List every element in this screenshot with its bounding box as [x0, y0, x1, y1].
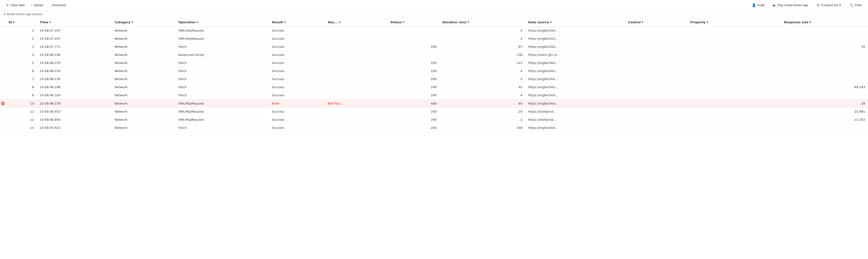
- cell-time: 14:58:47.167: [37, 27, 112, 35]
- invite-icon: 👤: [752, 3, 756, 7]
- cell-operation: XMLHttpRequest: [176, 116, 269, 124]
- cell-duration: 87: [440, 43, 525, 51]
- download-label: Download: [52, 3, 66, 7]
- filter-label: Filter: [855, 3, 862, 7]
- cell-responsesize: [781, 124, 868, 132]
- sort-icon-category: ▼: [131, 21, 133, 24]
- table-row[interactable]: 214:58:47.167NetworkXMLHttpRequestSucces…: [0, 35, 868, 43]
- compact-list-label: Compact list: [821, 3, 838, 7]
- cell-property: [687, 91, 781, 99]
- table-row[interactable]: 1114:58:48.453NetworkXMLHttpRequestSucce…: [0, 108, 868, 116]
- cell-result: Success: [269, 67, 325, 75]
- th-result[interactable]: Result ▼: [269, 18, 325, 27]
- cell-property: [687, 108, 781, 116]
- th-category[interactable]: Category ▼: [112, 18, 176, 27]
- cell-category: Network: [112, 124, 176, 132]
- cell-datasource: https://orgbe1fed...: [525, 83, 625, 91]
- download-button[interactable]: ↓ Download: [46, 2, 68, 8]
- th-property[interactable]: Property ▼: [687, 18, 781, 27]
- th-property-label: Property: [690, 21, 706, 24]
- compact-list-button[interactable]: ☰ Compact list ▾: [814, 2, 843, 8]
- cell-duration: 4: [440, 91, 525, 99]
- row-indicator: [0, 124, 6, 132]
- th-time[interactable]: Time ▼: [37, 18, 112, 27]
- table-row[interactable]: 614:58:48.235NetworkFetchSuccess2004http…: [0, 67, 868, 75]
- cell-result: Success: [269, 116, 325, 124]
- th-duration[interactable]: Duration (ms) ▼: [440, 18, 525, 27]
- table-container: Id ▼ Time ▼ Category ▼: [0, 18, 868, 259]
- cell-datasource: https://orgbe1fed...: [525, 43, 625, 51]
- th-res[interactable]: Res... ▼: [325, 18, 388, 27]
- table-row[interactable]: 914:58:48.324NetworkFetchSuccess2004http…: [0, 91, 868, 99]
- table-row[interactable]: 514:58:48.233NetworkFetchSuccess200115ht…: [0, 59, 868, 67]
- cell-responsesize: 25,991: [781, 108, 868, 116]
- invite-button[interactable]: 👤 Invite: [749, 2, 767, 8]
- play-model-driven-label: Play model-driven app: [777, 3, 808, 7]
- upload-label: Upload: [33, 3, 43, 7]
- cell-res: [325, 59, 388, 67]
- cell-responsesize: [781, 59, 868, 67]
- cell-duration: 4: [440, 67, 525, 75]
- row-indicator: [0, 83, 6, 91]
- cell-status: 404: [388, 99, 440, 108]
- cell-status: 200: [388, 75, 440, 83]
- cell-category: Network: [112, 75, 176, 83]
- cell-category: Network: [112, 116, 176, 124]
- table-row[interactable]: 414:58:48.106NetworkAssetLoad.ScriptSucc…: [0, 51, 868, 59]
- cell-control: [625, 91, 687, 99]
- cell-operation: XMLHttpRequest: [176, 27, 269, 35]
- cell-category: Network: [112, 43, 176, 51]
- table-row[interactable]: 1214:58:48.494NetworkXMLHttpRequestSucce…: [0, 116, 868, 124]
- sort-icon-control: ▼: [642, 21, 644, 24]
- toolbar-left: ✕ Clear data ↑ Upload ↓ Download: [4, 2, 68, 8]
- row-indicator: [0, 108, 6, 116]
- th-status[interactable]: Status ▼: [388, 18, 440, 27]
- th-responsesize[interactable]: Response size ▼: [781, 18, 868, 27]
- session-bar: ℹ Model-driven app session: [0, 10, 868, 18]
- cell-id: 10: [6, 99, 37, 108]
- cell-responsesize: 28: [781, 99, 868, 108]
- row-indicator: [0, 59, 6, 67]
- upload-button[interactable]: ↑ Upload: [28, 2, 45, 8]
- table-row[interactable]: 114:58:47.167NetworkXMLHttpRequestSucces…: [0, 27, 868, 35]
- compact-list-icon: ☰: [817, 3, 819, 7]
- table-header-row: Id ▼ Time ▼ Category ▼: [0, 18, 868, 27]
- cell-operation: Fetch: [176, 83, 269, 91]
- cell-id: 3: [6, 43, 37, 51]
- cell-datasource: https://orgbe1fed...: [525, 91, 625, 99]
- play-icon: ▶: [773, 3, 776, 7]
- cell-datasource: https://orgbe1fed...: [525, 59, 625, 67]
- th-operation-label: Operation: [178, 21, 196, 24]
- cell-property: [687, 35, 781, 43]
- cell-operation: Fetch: [176, 67, 269, 75]
- filter-icon: 🔍: [849, 3, 854, 7]
- cell-datasource: https://orgbe1fed...: [525, 67, 625, 75]
- cell-responsesize: [781, 91, 868, 99]
- cell-responsesize: 69,143: [781, 83, 868, 91]
- table-row[interactable]: ●1014:58:48.378NetworkXMLHttpRequestErro…: [0, 99, 868, 108]
- cell-status: 200: [388, 59, 440, 67]
- table-row[interactable]: 1314:58:50.922NetworkFetchSuccess200348h…: [0, 124, 868, 132]
- th-id[interactable]: Id ▼: [6, 18, 37, 27]
- cell-id: 7: [6, 75, 37, 83]
- filter-button[interactable]: 🔍 Filter: [847, 2, 864, 8]
- cell-datasource: https://orgbe1fed...: [525, 35, 625, 43]
- play-model-driven-button[interactable]: ▶ Play model-driven app: [771, 2, 810, 8]
- th-datasource[interactable]: Data source ▼: [525, 18, 625, 27]
- table-row[interactable]: 714:58:48.236NetworkFetchSuccess2005http…: [0, 75, 868, 83]
- table-row[interactable]: 814:58:48.296NetworkFetchSuccess20092htt…: [0, 83, 868, 91]
- th-time-label: Time: [40, 21, 48, 24]
- cell-category: Network: [112, 67, 176, 75]
- cell-datasource: https://orgbe1fed...: [525, 75, 625, 83]
- cell-control: [625, 124, 687, 132]
- th-category-label: Category: [115, 21, 130, 24]
- row-indicator: [0, 75, 6, 83]
- th-control[interactable]: Control ▼: [625, 18, 687, 27]
- cell-property: [687, 99, 781, 108]
- table-row[interactable]: 314:58:47.771NetworkFetchSuccess20087htt…: [0, 43, 868, 51]
- info-icon: ℹ: [4, 12, 5, 16]
- th-operation[interactable]: Operation ▼: [176, 18, 269, 27]
- clear-data-button[interactable]: ✕ Clear data: [4, 2, 27, 8]
- sort-icon-datasource: ▼: [550, 21, 552, 24]
- cell-datasource: https://shellprod...: [525, 116, 625, 124]
